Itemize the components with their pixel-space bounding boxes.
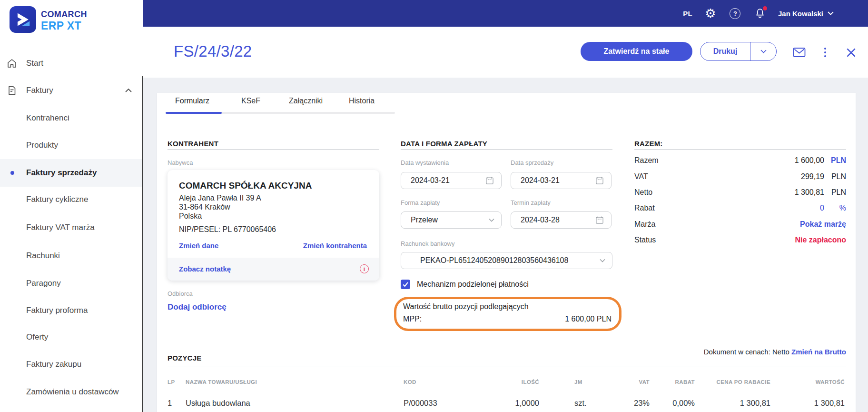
home-icon: [6, 58, 18, 69]
sidebar-scrollbar[interactable]: [142, 76, 143, 412]
chevron-down-icon: [828, 11, 834, 15]
print-button[interactable]: Drukuj: [700, 42, 750, 60]
sidebar-item-faktury-proforma[interactable]: Faktury proforma: [0, 297, 143, 324]
totals-heading: RAZEM:: [634, 140, 663, 148]
due-date-field[interactable]: 2024-03-28: [511, 211, 612, 229]
issue-date-field[interactable]: 2024-03-21: [401, 172, 502, 189]
app-window: PL ⚙ ? Jan Kowalski: [0, 0, 868, 412]
user-name: Jan Kowalski: [778, 10, 823, 18]
see-note-link[interactable]: Zobacz notatkę: [179, 265, 231, 273]
cell-jm: szt.: [574, 399, 587, 408]
col-wartosc: WARTOŚĆ: [769, 379, 845, 385]
totals-row-status: Status Nie zapłacono: [634, 236, 846, 246]
email-button[interactable]: [792, 46, 806, 59]
split-payment-checkbox[interactable]: Mechanizm podzielonej płatności: [401, 280, 529, 289]
cell-cena: 1 300,81: [694, 399, 770, 408]
status-badge: Nie zapłacono: [795, 236, 846, 244]
user-menu[interactable]: Jan Kowalski: [778, 10, 834, 18]
more-options-button[interactable]: [819, 46, 832, 59]
cell-wartosc: 1 300,81: [769, 399, 845, 408]
totals-row-rabat: Rabat 0 %: [634, 204, 846, 214]
close-button[interactable]: [844, 46, 858, 59]
add-recipient-link[interactable]: Dodaj odbiorcę: [168, 302, 227, 312]
mpp-highlight-box: Wartość brutto pozycji podlegających MPP…: [394, 297, 621, 331]
buyer-label: Nabywca: [168, 159, 193, 166]
chevron-down-icon: [600, 259, 605, 262]
calendar-icon[interactable]: [485, 176, 494, 185]
sidebar-item-kontrahenci[interactable]: Kontrahenci: [0, 104, 143, 132]
sale-date-label: Data sprzedaży: [511, 159, 553, 166]
language-selector[interactable]: PL: [683, 10, 692, 18]
buyer-card-footer: Zobacz notatkę i: [168, 258, 379, 281]
change-data-link[interactable]: Zmień dane: [179, 241, 218, 250]
sidebar-item-faktury[interactable]: Faktury: [0, 77, 143, 104]
print-options-button[interactable]: [750, 42, 776, 60]
tab-zalaczniki[interactable]: Załączniki: [289, 97, 323, 109]
mpp-label-line1: Wartość brutto pozycji podlegających: [403, 302, 529, 311]
app-logo[interactable]: COMARCH ERP XT: [10, 6, 87, 33]
positions-heading: POZYCJE: [168, 354, 201, 362]
chevron-down-icon: [489, 218, 494, 222]
discount-unit[interactable]: %: [826, 204, 846, 212]
form-panel: Formularz KSeF Załączniki Historia KONTR…: [157, 93, 856, 412]
sidebar-item-start[interactable]: Start: [0, 50, 143, 77]
sidebar-item-rachunki[interactable]: Rachunki: [0, 242, 143, 270]
col-kod: KOD: [404, 379, 416, 385]
notification-badge: [763, 6, 767, 10]
issue-date-label: Data wystawienia: [401, 159, 449, 166]
checkbox-checked-icon: [401, 280, 410, 289]
payment-form-label: Forma zapłaty: [401, 199, 440, 206]
print-split-button[interactable]: Drukuj: [700, 42, 777, 61]
cell-rabat: 0,00%: [647, 399, 695, 408]
change-contractor-link[interactable]: Zmień kontrahenta: [303, 241, 367, 250]
kebab-icon: [824, 48, 827, 58]
sidebar-item-oferty[interactable]: Oferty: [0, 323, 143, 351]
currency-link[interactable]: PLN: [826, 156, 846, 165]
bell-icon[interactable]: [753, 7, 767, 20]
payment-form-select[interactable]: Przelew: [401, 211, 502, 229]
calendar-icon[interactable]: [595, 176, 604, 185]
sidebar-item-faktury-sprzedazy[interactable]: Faktury sprzedaży: [0, 159, 143, 187]
approve-button[interactable]: Zatwierdź na stałe: [581, 42, 692, 61]
col-rabat: RABAT: [647, 379, 695, 385]
totals-row-marza: Marża Pokaż marżę: [634, 220, 846, 231]
sidebar-item-produkty[interactable]: Produkty: [0, 131, 143, 159]
sidebar-item-faktury-zakupu[interactable]: Faktury zakupu: [0, 351, 143, 378]
sidebar-item-paragony[interactable]: Paragony: [0, 270, 143, 297]
show-margin-link[interactable]: Pokaż marżę: [800, 220, 846, 229]
logo-line1: COMARCH: [41, 10, 87, 20]
envelope-icon: [793, 47, 806, 58]
sidebar-item-zamowienia[interactable]: Zamówienia u dostawców: [0, 378, 143, 406]
info-icon[interactable]: i: [360, 264, 369, 273]
chevron-down-icon: [760, 50, 767, 53]
tab-formularz[interactable]: Formularz: [175, 97, 209, 109]
due-date-label: Termin zapłaty: [511, 199, 551, 206]
totals-row-razem: Razem 1 600,00 PLN: [634, 156, 846, 167]
sidebar-item-faktury-vat-marza[interactable]: Faktury VAT marża: [0, 214, 143, 241]
gear-icon[interactable]: ⚙: [704, 7, 717, 20]
col-lp: LP: [168, 379, 175, 385]
buyer-address-line2: 31-864 Kraków: [179, 202, 261, 211]
tab-historia[interactable]: Historia: [349, 97, 375, 109]
sale-date-field[interactable]: 2024-03-21: [511, 172, 612, 189]
bank-account-label: Rachunek bankowy: [401, 240, 454, 247]
cell-nazwa: Usługa budowlana: [186, 399, 250, 408]
buyer-card: COMARCH SPÓŁKA AKCYJNA Aleja Jana Pawła …: [168, 170, 379, 281]
totals-row-netto: Netto 1 300,81 PLN: [634, 188, 846, 199]
topbar-actions: PL ⚙ ? Jan Kowalski: [683, 0, 834, 27]
invoice-icon: [6, 85, 18, 96]
buyer-address-line1: Aleja Jana Pawła II 39 A: [179, 193, 261, 202]
calendar-icon[interactable]: [595, 215, 604, 225]
chevron-up-icon[interactable]: [125, 88, 132, 93]
tab-ksef[interactable]: KSeF: [241, 97, 260, 109]
bank-account-select[interactable]: PEKAO-PL65124052089012803560436108: [401, 252, 612, 269]
help-icon[interactable]: ?: [729, 7, 742, 20]
cell-vat: 23%: [602, 399, 650, 408]
comarch-logo-icon: [10, 6, 36, 33]
change-to-brutto-link[interactable]: Zmień na Brutto: [791, 348, 846, 356]
discount-value[interactable]: 0: [820, 204, 824, 212]
sidebar: COMARCH ERP XT Start Faktury: [0, 0, 143, 412]
kontrahent-heading: KONTRAHENT: [168, 140, 218, 148]
sidebar-item-faktury-cykliczne[interactable]: Faktury cykliczne: [0, 186, 143, 213]
col-cena: CENA PO RABACIE: [694, 379, 770, 385]
